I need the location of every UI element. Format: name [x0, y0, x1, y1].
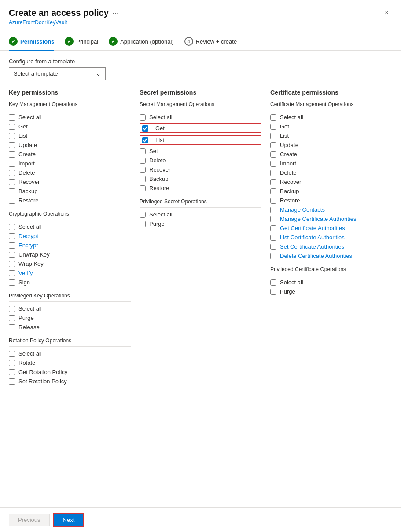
co-unwrap-checkbox[interactable]	[9, 252, 15, 258]
co-encrypt-checkbox[interactable]	[9, 242, 15, 249]
km-backup-checkbox[interactable]	[9, 188, 15, 194]
cm-select-all-label[interactable]: Select all	[280, 114, 303, 121]
sm-recover-label[interactable]: Recover	[149, 166, 170, 173]
cm-get-label[interactable]: Get	[280, 123, 289, 130]
cm-import-label[interactable]: Import	[280, 160, 296, 167]
km-restore-checkbox[interactable]	[9, 198, 15, 204]
dialog-title-more[interactable]: ···	[112, 8, 119, 18]
pc-select-all-label[interactable]: Select all	[280, 279, 303, 286]
tab-principal[interactable]: ✓ Principal	[65, 33, 105, 50]
km-create-label[interactable]: Create	[18, 151, 36, 158]
cm-list-ca-label[interactable]: List Certificate Authorities	[280, 234, 345, 241]
cm-restore-label[interactable]: Restore	[280, 197, 300, 204]
rp-set-label[interactable]: Set Rotation Policy	[18, 378, 67, 385]
sm-set-label[interactable]: Set	[149, 148, 158, 154]
sm-get-checkbox[interactable]	[142, 125, 148, 132]
sm-select-all-label[interactable]: Select all	[149, 114, 173, 121]
co-decrypt-label[interactable]: Decrypt	[18, 233, 38, 239]
km-recover-label[interactable]: Recover	[18, 179, 40, 185]
tab-application[interactable]: ✓ Application (optional)	[109, 33, 180, 50]
km-list-label[interactable]: List	[18, 132, 27, 139]
km-import-checkbox[interactable]	[9, 161, 15, 167]
cm-restore-checkbox[interactable]	[270, 198, 276, 204]
cm-get-checkbox[interactable]	[270, 124, 276, 130]
km-delete-checkbox[interactable]	[9, 170, 15, 176]
next-button[interactable]: Next	[53, 513, 85, 527]
co-wrap-label[interactable]: Wrap Key	[18, 260, 44, 267]
rp-get-checkbox[interactable]	[9, 369, 15, 375]
rp-rotate-label[interactable]: Rotate	[18, 360, 35, 366]
pc-purge-checkbox[interactable]	[270, 289, 276, 295]
co-select-all-label[interactable]: Select all	[18, 224, 42, 230]
close-button[interactable]: ×	[381, 7, 392, 18]
co-encrypt-label[interactable]: Encrypt	[18, 242, 38, 249]
pk-purge-label[interactable]: Purge	[18, 315, 34, 321]
cm-recover-checkbox[interactable]	[270, 179, 276, 185]
cm-list-ca-checkbox[interactable]	[270, 235, 276, 241]
ps-select-all-label[interactable]: Select all	[149, 211, 173, 218]
pk-release-label[interactable]: Release	[18, 324, 40, 330]
pk-select-all-checkbox[interactable]	[9, 306, 15, 312]
km-get-label[interactable]: Get	[18, 123, 28, 130]
km-select-all-checkbox[interactable]	[9, 114, 15, 121]
cm-update-checkbox[interactable]	[270, 142, 276, 148]
co-verify-checkbox[interactable]	[9, 270, 15, 276]
cm-get-ca-label[interactable]: Get Certificate Authorities	[280, 225, 345, 231]
cm-delete-label[interactable]: Delete	[280, 169, 297, 176]
sm-backup-checkbox[interactable]	[140, 176, 146, 182]
ps-purge-checkbox[interactable]	[140, 221, 146, 227]
km-backup-label[interactable]: Backup	[18, 188, 37, 194]
cm-delete-ca-label[interactable]: Delete Certificate Authorities	[280, 253, 352, 259]
co-sign-label[interactable]: Sign	[18, 279, 30, 286]
rp-set-checkbox[interactable]	[9, 378, 15, 385]
cm-delete-ca-checkbox[interactable]	[270, 253, 276, 259]
km-recover-checkbox[interactable]	[9, 179, 15, 185]
co-select-all-checkbox[interactable]	[9, 224, 15, 230]
sm-delete-label[interactable]: Delete	[149, 157, 166, 164]
sm-restore-checkbox[interactable]	[140, 185, 146, 191]
sm-backup-label[interactable]: Backup	[149, 176, 168, 182]
km-select-all-label[interactable]: Select all	[18, 114, 42, 121]
rp-select-all-label[interactable]: Select all	[18, 350, 42, 357]
cm-contacts-label[interactable]: Manage Contacts	[280, 206, 325, 213]
cm-backup-checkbox[interactable]	[270, 188, 276, 194]
cm-ca-label[interactable]: Manage Certificate Authorities	[280, 216, 356, 222]
cm-ca-checkbox[interactable]	[270, 216, 276, 222]
km-list-checkbox[interactable]	[9, 133, 15, 139]
template-dropdown[interactable]: Select a template ⌄	[9, 67, 106, 80]
cm-recover-label[interactable]: Recover	[280, 179, 301, 185]
cm-contacts-checkbox[interactable]	[270, 207, 276, 213]
sm-restore-label[interactable]: Restore	[149, 185, 169, 191]
pk-release-checkbox[interactable]	[9, 324, 15, 330]
cm-get-ca-checkbox[interactable]	[270, 225, 276, 231]
sm-list-checkbox[interactable]	[142, 137, 148, 143]
sm-get-label[interactable]: Get	[155, 125, 165, 132]
km-delete-label[interactable]: Delete	[18, 169, 35, 176]
km-restore-label[interactable]: Restore	[18, 197, 39, 204]
sm-recover-checkbox[interactable]	[140, 167, 146, 173]
tab-permissions[interactable]: ✓ Permissions	[9, 33, 61, 50]
cm-delete-checkbox[interactable]	[270, 170, 276, 176]
cm-backup-label[interactable]: Backup	[280, 188, 299, 194]
pc-purge-label[interactable]: Purge	[280, 288, 295, 295]
rp-get-label[interactable]: Get Rotation Policy	[18, 369, 67, 375]
sm-select-all-checkbox[interactable]	[140, 114, 146, 121]
rp-select-all-checkbox[interactable]	[9, 351, 15, 357]
rp-rotate-checkbox[interactable]	[9, 360, 15, 366]
km-update-checkbox[interactable]	[9, 142, 15, 148]
km-import-label[interactable]: Import	[18, 160, 35, 167]
co-sign-checkbox[interactable]	[9, 279, 15, 286]
co-unwrap-label[interactable]: Unwrap Key	[18, 251, 50, 258]
pk-select-all-label[interactable]: Select all	[18, 305, 42, 312]
tab-review[interactable]: 4 Review + create	[184, 33, 244, 50]
co-verify-label[interactable]: Verify	[18, 270, 33, 276]
sm-list-label[interactable]: List	[155, 137, 164, 143]
cm-select-all-checkbox[interactable]	[270, 114, 276, 121]
cm-update-label[interactable]: Update	[280, 142, 298, 148]
cm-create-checkbox[interactable]	[270, 151, 276, 158]
cm-create-label[interactable]: Create	[280, 151, 297, 158]
km-update-label[interactable]: Update	[18, 142, 37, 148]
ps-purge-label[interactable]: Purge	[149, 220, 165, 227]
pc-select-all-checkbox[interactable]	[270, 279, 276, 286]
sm-set-checkbox[interactable]	[140, 148, 146, 154]
